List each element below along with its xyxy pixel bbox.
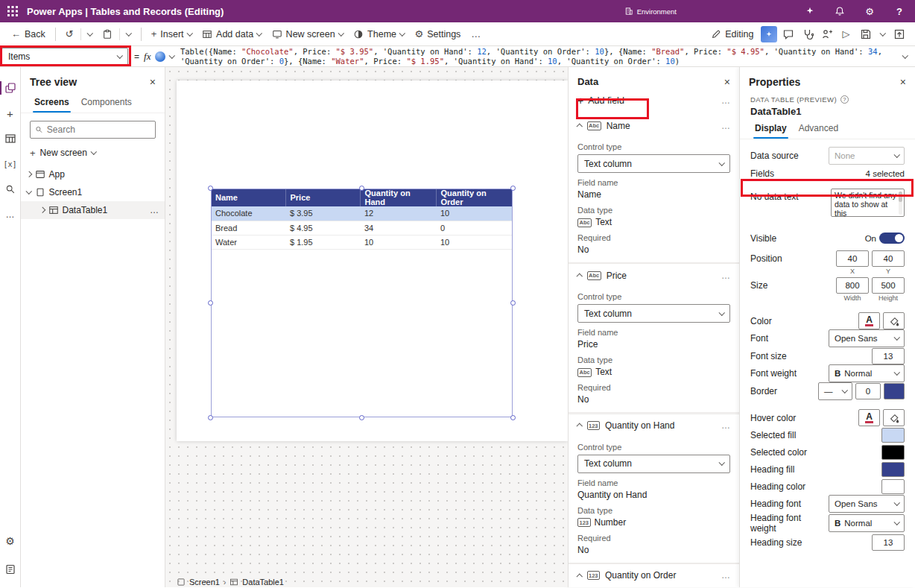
font-size-input[interactable] bbox=[872, 348, 905, 364]
new-screen-button[interactable]: + New screen bbox=[21, 143, 165, 162]
data-source-dropdown[interactable]: None bbox=[829, 147, 905, 165]
tree-item-screen1[interactable]: Screen1 bbox=[21, 183, 165, 201]
position-y-input[interactable] bbox=[872, 250, 905, 267]
canvas-area[interactable]: Name Price Quantity on Hand Quantity on … bbox=[165, 67, 568, 587]
field-section-header[interactable]: 123 Quantity on Hand … bbox=[569, 414, 739, 437]
hover-fill-color-button[interactable] bbox=[883, 409, 905, 426]
field-section-header[interactable]: 123 Quantity on Order … bbox=[569, 564, 739, 587]
save-icon-button[interactable] bbox=[856, 25, 876, 44]
heading-color-swatch[interactable] bbox=[881, 479, 905, 494]
resize-handle[interactable] bbox=[510, 415, 516, 420]
visible-toggle[interactable] bbox=[879, 233, 905, 244]
field-section-header[interactable]: Abc Name … bbox=[569, 114, 739, 137]
app-launcher-waffle-icon[interactable] bbox=[0, 0, 25, 22]
insert-menu[interactable]: + Insert bbox=[146, 25, 197, 44]
border-width-input[interactable] bbox=[855, 383, 881, 399]
back-button[interactable]: ← Back bbox=[6, 25, 51, 44]
more-icon[interactable]: … bbox=[721, 121, 730, 131]
more-icon[interactable]: … bbox=[721, 95, 730, 106]
tree-view-rail-icon[interactable] bbox=[1, 78, 20, 98]
resize-handle[interactable] bbox=[359, 186, 364, 191]
app-settings-gear-icon[interactable]: ⚙ bbox=[1, 531, 20, 551]
position-x-input[interactable] bbox=[836, 250, 869, 267]
resize-handle[interactable] bbox=[208, 186, 213, 191]
data-rail-icon[interactable] bbox=[1, 128, 20, 149]
font-color-button[interactable]: A bbox=[858, 312, 880, 329]
heading-size-input[interactable] bbox=[872, 534, 905, 551]
tree-item-app[interactable]: App bbox=[21, 165, 165, 183]
resize-handle[interactable] bbox=[359, 415, 364, 420]
formula-bar-expand-chevron[interactable] bbox=[896, 47, 915, 66]
selected-color-swatch[interactable] bbox=[881, 445, 905, 460]
chevron-down-icon[interactable] bbox=[169, 52, 175, 58]
undo-button[interactable]: ↺ bbox=[60, 25, 79, 44]
add-data-menu[interactable]: Add data bbox=[197, 25, 267, 44]
fill-color-button[interactable] bbox=[883, 312, 905, 329]
more-icon[interactable]: … bbox=[721, 271, 730, 281]
font-weight-dropdown[interactable]: BNormal bbox=[829, 364, 905, 382]
copilot-icon-button[interactable] bbox=[759, 25, 779, 44]
theme-menu[interactable]: Theme bbox=[348, 25, 409, 44]
search-input[interactable] bbox=[47, 124, 151, 135]
close-icon[interactable]: × bbox=[724, 77, 730, 87]
search-rail-icon[interactable] bbox=[1, 179, 20, 200]
tree-item-datatable1[interactable]: DataTable1 … bbox=[21, 201, 165, 219]
breadcrumb-screen[interactable]: Screen1 bbox=[189, 578, 220, 587]
tab-advanced[interactable]: Advanced bbox=[794, 118, 843, 139]
tab-screens[interactable]: Screens bbox=[30, 92, 74, 113]
rail-overflow-icon[interactable]: … bbox=[1, 204, 20, 225]
no-data-text-input[interactable]: We didn't find any data to show at this bbox=[831, 189, 905, 217]
tree-search-box[interactable] bbox=[30, 121, 156, 139]
share-icon-button[interactable] bbox=[817, 25, 837, 44]
close-icon[interactable]: × bbox=[900, 77, 906, 87]
control-type-dropdown[interactable]: Text column bbox=[577, 154, 730, 173]
fields-selected-value[interactable]: 4 selected bbox=[866, 169, 905, 178]
info-icon[interactable]: ? bbox=[840, 95, 849, 104]
publish-icon-button[interactable] bbox=[890, 25, 909, 44]
control-type-dropdown[interactable]: Text column bbox=[577, 304, 730, 323]
new-screen-menu[interactable]: New screen bbox=[267, 25, 349, 44]
copilot-icon[interactable] bbox=[802, 3, 818, 19]
heading-font-dropdown[interactable]: Open Sans bbox=[829, 495, 905, 513]
paste-menu-chevron[interactable] bbox=[121, 25, 136, 44]
more-icon[interactable]: … bbox=[721, 570, 730, 581]
help-question-icon[interactable]: ? bbox=[891, 3, 908, 19]
toolbar-overflow-button[interactable]: … bbox=[466, 25, 486, 44]
more-icon[interactable]: … bbox=[150, 205, 159, 215]
formula-assistant-icon[interactable] bbox=[155, 51, 165, 62]
field-section-header[interactable]: Abc Price … bbox=[569, 264, 739, 287]
comments-icon-button[interactable] bbox=[779, 25, 798, 44]
resize-handle[interactable] bbox=[510, 186, 516, 191]
control-type-dropdown[interactable]: Text column bbox=[577, 455, 730, 473]
app-checker-icon-button[interactable] bbox=[798, 25, 817, 44]
data-table-control[interactable]: Name Price Quantity on Hand Quantity on … bbox=[211, 189, 513, 417]
tab-display[interactable]: Display bbox=[750, 118, 791, 139]
preview-play-icon-button[interactable]: ▷ bbox=[837, 25, 856, 44]
insert-rail-icon[interactable]: + bbox=[1, 103, 20, 124]
tab-components[interactable]: Components bbox=[77, 92, 136, 113]
undo-menu-chevron[interactable] bbox=[83, 25, 98, 44]
environment-picker[interactable]: Environment bbox=[624, 7, 677, 16]
variables-rail-icon[interactable]: [x] bbox=[1, 154, 20, 174]
size-width-input[interactable] bbox=[836, 277, 869, 294]
save-options-chevron[interactable] bbox=[876, 25, 890, 44]
scrollbar[interactable] bbox=[899, 192, 902, 215]
property-selector-dropdown[interactable]: Items bbox=[1, 48, 128, 66]
heading-fill-swatch[interactable] bbox=[881, 462, 905, 477]
size-height-input[interactable] bbox=[872, 277, 905, 294]
settings-button[interactable]: ⚙ Settings bbox=[410, 25, 466, 44]
resize-handle[interactable] bbox=[510, 300, 516, 306]
font-dropdown[interactable]: Open Sans bbox=[829, 329, 905, 347]
border-style-dropdown[interactable]: — bbox=[818, 382, 852, 400]
more-icon[interactable]: … bbox=[721, 420, 730, 431]
screen-select-checkbox-icon[interactable] bbox=[177, 578, 186, 587]
hover-font-color-button[interactable]: A bbox=[858, 409, 880, 426]
notifications-bell-icon[interactable] bbox=[832, 3, 848, 19]
formula-input[interactable]: Table({Name: "Chocolate", Price: "$ 3.95… bbox=[180, 46, 896, 67]
border-color-swatch[interactable] bbox=[884, 383, 905, 399]
breadcrumb-control[interactable]: DataTable1 bbox=[242, 578, 284, 587]
settings-gear-icon[interactable]: ⚙ bbox=[861, 3, 878, 19]
resize-handle[interactable] bbox=[208, 300, 213, 306]
heading-font-weight-dropdown[interactable]: BNormal bbox=[829, 514, 905, 532]
resize-handle[interactable] bbox=[208, 415, 213, 420]
